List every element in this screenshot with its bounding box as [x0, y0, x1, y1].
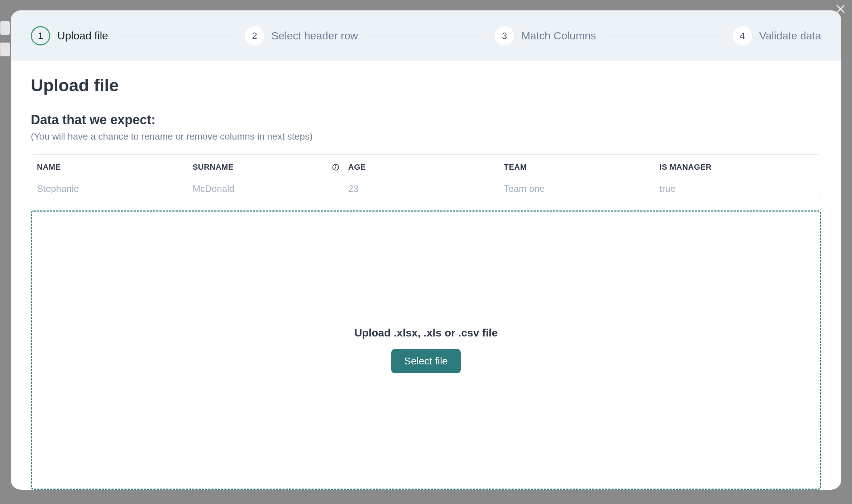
expected-table: NAME SURNAME AGE TEAM IS MANAGER — [31, 154, 821, 198]
step-number: 2 — [245, 26, 264, 45]
column-header-surname: SURNAME — [192, 155, 348, 180]
close-icon[interactable] — [836, 4, 846, 17]
column-header-age: AGE — [348, 155, 504, 180]
step-number: 3 — [495, 26, 514, 45]
page-title: Upload file — [31, 76, 821, 95]
connector — [368, 35, 485, 36]
background-obscured — [0, 42, 10, 57]
info-icon[interactable] — [332, 163, 340, 171]
column-header-is-manager: IS MANAGER — [660, 155, 815, 180]
table-row: Stephanie McDonald 23 Team one true — [31, 180, 821, 198]
header-text: TEAM — [504, 163, 527, 172]
step-label: Upload file — [57, 30, 108, 42]
stepper: 1 Upload file 2 Select header row 3 Matc… — [11, 10, 841, 61]
header-text: SURNAME — [192, 163, 234, 172]
file-dropzone[interactable]: Upload .xlsx, .xls or .csv file Select f… — [31, 210, 821, 490]
step-label: Match Columns — [521, 30, 596, 42]
expected-title: Data that we expect: — [31, 112, 821, 127]
expected-subtitle: (You will have a chance to rename or rem… — [31, 131, 821, 142]
upload-modal: 1 Upload file 2 Select header row 3 Matc… — [11, 10, 841, 490]
cell-team: Team one — [504, 180, 659, 198]
select-file-button[interactable]: Select file — [391, 349, 460, 373]
step-number: 1 — [31, 26, 50, 45]
table-header-row: NAME SURNAME AGE TEAM IS MANAGER — [31, 155, 821, 180]
step-select-header-row[interactable]: 2 Select header row — [245, 26, 358, 45]
dropzone-title: Upload .xlsx, .xls or .csv file — [354, 327, 498, 339]
step-label: Select header row — [271, 30, 358, 42]
step-upload-file[interactable]: 1 Upload file — [31, 26, 108, 45]
background-obscured — [0, 21, 10, 35]
connector — [118, 35, 235, 36]
content: Upload file Data that we expect: (You wi… — [11, 61, 841, 490]
cell-age: 23 — [348, 180, 504, 198]
step-match-columns[interactable]: 3 Match Columns — [495, 26, 596, 45]
header-text: AGE — [348, 163, 366, 172]
column-header-team: TEAM — [504, 155, 659, 180]
step-number: 4 — [733, 26, 752, 45]
cell-name: Stephanie — [37, 180, 192, 198]
column-header-name: NAME — [37, 155, 192, 180]
svg-point-4 — [335, 166, 336, 166]
connector — [606, 35, 723, 36]
step-label: Validate data — [759, 30, 821, 42]
header-text: NAME — [37, 163, 61, 172]
cell-surname: McDonald — [192, 180, 348, 198]
header-text: IS MANAGER — [660, 163, 712, 172]
step-validate-data[interactable]: 4 Validate data — [733, 26, 821, 45]
cell-is-manager: true — [660, 180, 815, 198]
